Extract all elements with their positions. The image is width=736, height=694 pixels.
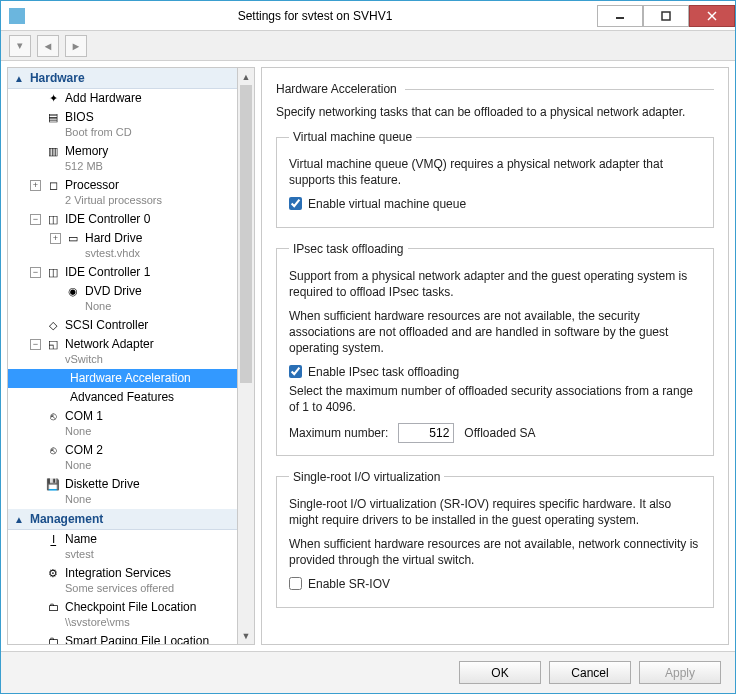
ipsec-checkbox[interactable] bbox=[289, 365, 302, 378]
expand-icon[interactable]: + bbox=[30, 180, 41, 191]
divider bbox=[405, 89, 714, 90]
collapse-icon[interactable]: − bbox=[30, 267, 41, 278]
ipsec-range-desc: Select the maximum number of offloaded s… bbox=[289, 383, 701, 415]
maximize-button[interactable] bbox=[643, 5, 689, 27]
intro-text: Specify networking tasks that can be off… bbox=[276, 104, 714, 120]
tree-com1[interactable]: ⎋ COM 1None bbox=[8, 407, 237, 441]
vmq-checkbox-label: Enable virtual machine queue bbox=[308, 197, 466, 211]
sriov-checkbox-label: Enable SR-IOV bbox=[308, 577, 390, 591]
vmq-checkbox-row[interactable]: Enable virtual machine queue bbox=[289, 197, 701, 211]
tree-integration-services[interactable]: ⚙ Integration ServicesSome services offe… bbox=[8, 564, 237, 598]
scroll-up-button[interactable]: ▲ bbox=[238, 68, 254, 85]
tree-ide0[interactable]: −◫ IDE Controller 0 bbox=[8, 210, 237, 229]
hard-drive-icon: ▭ bbox=[65, 231, 81, 245]
tree-scsi[interactable]: ◇ SCSI Controller bbox=[8, 316, 237, 335]
tree-ide1[interactable]: −◫ IDE Controller 1 bbox=[8, 263, 237, 282]
scroll-thumb[interactable] bbox=[240, 85, 252, 383]
collapse-icon: ▲ bbox=[14, 73, 24, 84]
ipsec-checkbox-row[interactable]: Enable IPsec task offloading bbox=[289, 365, 701, 379]
tree-bios[interactable]: ▤ BIOSBoot from CD bbox=[8, 108, 237, 142]
controller-icon: ◫ bbox=[45, 212, 61, 226]
vmq-desc: Virtual machine queue (VMQ) requires a p… bbox=[289, 156, 701, 188]
tree-scrollbar[interactable]: ▲ ▼ bbox=[238, 67, 255, 645]
dvd-icon: ◉ bbox=[65, 284, 81, 298]
processor-icon: ◻ bbox=[45, 178, 61, 192]
name-icon: I̲ bbox=[45, 532, 61, 546]
ipsec-group: IPsec task offloading Support from a phy… bbox=[276, 242, 714, 456]
sriov-desc2: When sufficient hardware resources are n… bbox=[289, 536, 701, 568]
sriov-desc1: Single-root I/O virtualization (SR-IOV) … bbox=[289, 496, 701, 528]
tree-dvd-drive[interactable]: ◉ DVD DriveNone bbox=[8, 282, 237, 316]
tree-smart-paging[interactable]: 🗀 Smart Paging File Location\\svstore\vm… bbox=[8, 632, 237, 645]
details-pane: Hardware Acceleration Specify networking… bbox=[261, 67, 729, 645]
tree-network-adapter[interactable]: −◱ Network AdaptervSwitch bbox=[8, 335, 237, 369]
app-icon bbox=[9, 8, 25, 24]
memory-icon: ▥ bbox=[45, 144, 61, 158]
pane-heading: Hardware Acceleration bbox=[276, 82, 397, 96]
tree-checkpoint-location[interactable]: 🗀 Checkpoint File Location\\svstore\vms bbox=[8, 598, 237, 632]
max-number-label: Maximum number: bbox=[289, 426, 388, 440]
expand-icon[interactable]: + bbox=[50, 233, 61, 244]
dialog-footer: OK Cancel Apply bbox=[1, 651, 735, 693]
hardware-section-header[interactable]: ▲ Hardware bbox=[8, 68, 237, 89]
vmq-legend: Virtual machine queue bbox=[289, 130, 416, 144]
toolbar-forward-button[interactable]: ► bbox=[65, 35, 87, 57]
scroll-down-button[interactable]: ▼ bbox=[238, 627, 254, 644]
window-title: Settings for svtest on SVHV1 bbox=[33, 9, 597, 23]
apply-button[interactable]: Apply bbox=[639, 661, 721, 684]
tree-diskette[interactable]: 💾 Diskette DriveNone bbox=[8, 475, 237, 509]
network-icon: ◱ bbox=[45, 337, 61, 351]
close-button[interactable] bbox=[689, 5, 735, 27]
folder-icon: 🗀 bbox=[45, 600, 61, 614]
ok-button[interactable]: OK bbox=[459, 661, 541, 684]
titlebar: Settings for svtest on SVHV1 bbox=[1, 1, 735, 31]
ipsec-desc2: When sufficient hardware resources are n… bbox=[289, 308, 701, 357]
vmq-group: Virtual machine queue Virtual machine qu… bbox=[276, 130, 714, 227]
max-number-input[interactable] bbox=[398, 423, 454, 443]
sriov-legend: Single-root I/O virtualization bbox=[289, 470, 444, 484]
collapse-icon[interactable]: − bbox=[30, 339, 41, 350]
tree-advanced-features[interactable]: Advanced Features bbox=[8, 388, 237, 407]
tree-hardware-acceleration[interactable]: Hardware Acceleration bbox=[8, 369, 237, 388]
ipsec-desc1: Support from a physical network adapter … bbox=[289, 268, 701, 300]
tree-processor[interactable]: +◻ Processor2 Virtual processors bbox=[8, 176, 237, 210]
minimize-button[interactable] bbox=[597, 5, 643, 27]
section-label: Hardware bbox=[30, 71, 85, 85]
sriov-group: Single-root I/O virtualization Single-ro… bbox=[276, 470, 714, 608]
diskette-icon: 💾 bbox=[45, 477, 61, 491]
management-section-header[interactable]: ▲ Management bbox=[8, 509, 237, 530]
tree-hard-drive[interactable]: +▭ Hard Drivesvtest.vhdx bbox=[8, 229, 237, 263]
sriov-checkbox[interactable] bbox=[289, 577, 302, 590]
section-label: Management bbox=[30, 512, 103, 526]
max-number-suffix: Offloaded SA bbox=[464, 426, 535, 440]
bios-icon: ▤ bbox=[45, 110, 61, 124]
svg-rect-1 bbox=[662, 12, 670, 20]
toolbar-back-button[interactable]: ◄ bbox=[37, 35, 59, 57]
scsi-icon: ◇ bbox=[45, 318, 61, 332]
toolbar: ▾ ◄ ► bbox=[1, 31, 735, 61]
collapse-icon[interactable]: − bbox=[30, 214, 41, 225]
cancel-button[interactable]: Cancel bbox=[549, 661, 631, 684]
add-hardware-icon: ✦ bbox=[45, 91, 61, 105]
integration-icon: ⚙ bbox=[45, 566, 61, 580]
com-port-icon: ⎋ bbox=[45, 409, 61, 423]
settings-tree[interactable]: ▲ Hardware ✦ Add Hardware ▤ BIOSBoot fro… bbox=[7, 67, 238, 645]
controller-icon: ◫ bbox=[45, 265, 61, 279]
tree-add-hardware[interactable]: ✦ Add Hardware bbox=[8, 89, 237, 108]
tree-com2[interactable]: ⎋ COM 2None bbox=[8, 441, 237, 475]
com-port-icon: ⎋ bbox=[45, 443, 61, 457]
sriov-checkbox-row[interactable]: Enable SR-IOV bbox=[289, 577, 701, 591]
toolbar-dropdown[interactable]: ▾ bbox=[9, 35, 31, 57]
scroll-track[interactable] bbox=[238, 85, 254, 627]
ipsec-legend: IPsec task offloading bbox=[289, 242, 408, 256]
ipsec-checkbox-label: Enable IPsec task offloading bbox=[308, 365, 459, 379]
vmq-checkbox[interactable] bbox=[289, 197, 302, 210]
folder-icon: 🗀 bbox=[45, 634, 61, 645]
collapse-icon: ▲ bbox=[14, 514, 24, 525]
tree-name[interactable]: I̲ Namesvtest bbox=[8, 530, 237, 564]
settings-window: Settings for svtest on SVHV1 ▾ ◄ ► ▲ Har… bbox=[0, 0, 736, 694]
tree-memory[interactable]: ▥ Memory512 MB bbox=[8, 142, 237, 176]
